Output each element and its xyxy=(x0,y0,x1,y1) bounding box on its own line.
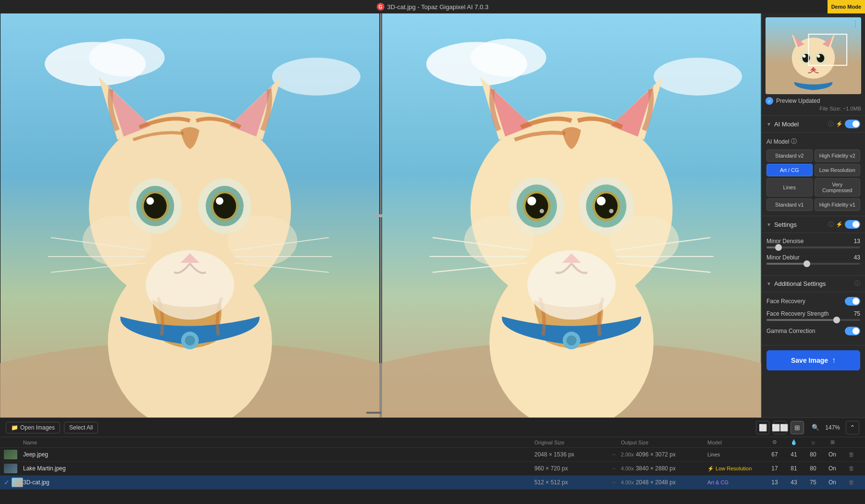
cat-arrow: → xyxy=(606,479,621,486)
zoom-level: 147% xyxy=(825,424,840,431)
lake-delete-icon[interactable]: 🗑 xyxy=(849,465,854,472)
jeep-scale: 2.00x xyxy=(621,452,634,457)
gamma-correction-row: Gamma Correction xyxy=(766,327,860,335)
preview-thumbnail xyxy=(766,17,861,94)
settings-toggle[interactable] xyxy=(845,220,860,229)
cat-delete-icon[interactable]: 🗑 xyxy=(849,479,854,486)
jeep-arrow: → xyxy=(606,451,621,458)
svg-point-83 xyxy=(803,55,806,58)
additional-settings-title: Additional Settings xyxy=(774,280,853,287)
settings-section: Minor Denoise 13 Minor Deblur 43 xyxy=(762,233,865,276)
ai-model-info-icon[interactable]: ⓘ xyxy=(828,120,834,128)
ai-model-title: AI Model xyxy=(774,121,826,128)
minor-denoise-track[interactable] xyxy=(766,246,860,248)
svg-point-61 xyxy=(609,209,613,213)
minor-denoise-value: 13 xyxy=(854,238,860,245)
settings-info-icon[interactable]: ⓘ xyxy=(828,221,834,229)
model-standard-v2[interactable]: Standard v2 xyxy=(766,149,813,162)
face-recovery-strength-fill xyxy=(766,319,837,321)
cat-scale: 4.00x xyxy=(621,479,634,485)
demo-badge: Demo Mode xyxy=(828,0,865,13)
lake-original-size: 960 × 720 px xyxy=(534,465,606,472)
minor-deblur-track[interactable] xyxy=(766,263,860,265)
original-panel xyxy=(0,13,380,418)
model-grid: Standard v2 High Fidelity v2 Art / CG Lo… xyxy=(766,149,860,211)
col-output-icon: ⊞ xyxy=(830,439,835,445)
preview-thumb-image xyxy=(766,17,861,94)
col-model: Model xyxy=(707,440,765,445)
lake-arrow: → xyxy=(606,465,621,472)
svg-point-37 xyxy=(185,335,195,345)
model-high-fidelity-v2[interactable]: High Fidelity v2 xyxy=(815,149,861,162)
additional-info-icon[interactable]: ⓘ xyxy=(854,280,860,288)
open-images-button[interactable]: 📁 Open Images xyxy=(6,422,60,433)
svg-point-54 xyxy=(527,197,536,205)
export-icon: ↑ xyxy=(832,356,836,365)
preview-status: ✓ Preview Updated xyxy=(766,97,861,105)
cat-col2: 43 xyxy=(784,479,803,486)
lake-col1: 17 xyxy=(765,465,784,472)
cat-name: 3D-cat.jpg xyxy=(23,479,534,486)
ai-model-sub-info[interactable]: ⓘ xyxy=(791,137,797,146)
jeep-col1: 67 xyxy=(765,451,784,458)
view-single-button[interactable]: ⬜ xyxy=(756,421,769,434)
cat-selected-icon: ✓ xyxy=(4,479,10,486)
more-menu-button[interactable]: ⋮ xyxy=(850,17,861,30)
view-grid-button[interactable]: ⊞ xyxy=(791,421,804,434)
save-image-button[interactable]: Save Image ↑ xyxy=(766,350,860,370)
jeep-model: Lines xyxy=(707,452,720,457)
original-image xyxy=(0,13,380,418)
minor-deblur-thumb[interactable] xyxy=(803,260,810,267)
file-row-cat[interactable]: ✓ 3D-cat.jpg 512 × 512 px → 4.00x 2048 ×… xyxy=(0,476,865,490)
file-row-lake[interactable]: Lake Martin.jpeg 960 × 720 px → 4.00x 38… xyxy=(0,462,865,476)
model-high-fidelity-v1[interactable]: High Fidelity v1 xyxy=(815,198,861,211)
gamma-correction-toggle[interactable] xyxy=(845,327,860,335)
settings-header[interactable]: ▼ Settings ⓘ ⚡ xyxy=(762,216,865,233)
check-icon: ✓ xyxy=(766,97,773,105)
face-recovery-toggle[interactable] xyxy=(845,297,860,306)
model-low-resolution[interactable]: Low Resolution xyxy=(815,164,861,176)
svg-point-26 xyxy=(216,197,223,205)
lake-output-size: 3840 × 2880 px xyxy=(636,465,676,472)
ai-model-chevron: ▼ xyxy=(766,122,771,127)
svg-point-72 xyxy=(566,335,576,345)
face-recovery-strength-track[interactable] xyxy=(766,319,860,321)
model-standard-v1[interactable]: Standard v1 xyxy=(766,198,813,211)
model-art-cg[interactable]: Art / CG xyxy=(766,164,813,176)
ai-model-toggle[interactable] xyxy=(845,120,860,128)
svg-point-29 xyxy=(228,216,297,266)
lake-scale: 4.00x xyxy=(621,466,634,471)
lake-on-off: On xyxy=(823,465,842,472)
model-very-compressed[interactable]: Very Compressed xyxy=(815,178,861,197)
col-drop-icon: 💧 xyxy=(791,439,797,445)
jeep-name: Jeep.jpeg xyxy=(23,451,534,458)
face-recovery-strength-thumb[interactable] xyxy=(833,317,840,323)
view-compare-button[interactable]: ⬜⬜ xyxy=(773,421,787,434)
jeep-col3: 80 xyxy=(803,451,823,458)
preview-status-text: Preview Updated xyxy=(776,98,820,104)
jeep-thumbnail xyxy=(4,450,17,459)
additional-settings-header[interactable]: ▼ Additional Settings ⓘ xyxy=(762,276,865,292)
svg-point-59 xyxy=(594,194,617,219)
cat-on-off: On xyxy=(823,479,842,486)
minor-denoise-thumb[interactable] xyxy=(775,244,782,251)
select-all-button[interactable]: Select All xyxy=(64,422,98,433)
svg-point-53 xyxy=(525,194,548,219)
image-viewer xyxy=(0,13,761,418)
ai-model-sublabel: AI Model ⓘ xyxy=(766,137,860,146)
gamma-correction-label: Gamma Correction xyxy=(766,328,815,334)
minor-deblur-fill xyxy=(766,263,807,265)
col-output: Output Size xyxy=(621,440,693,445)
jeep-delete-icon[interactable]: 🗑 xyxy=(849,451,854,458)
face-recovery-row: Face Recovery xyxy=(766,297,860,306)
minor-deblur-label: Minor Deblur xyxy=(766,254,800,261)
file-row-jeep[interactable]: Jeep.jpeg 2048 × 1536 px → 2.00x 4096 × … xyxy=(0,448,865,462)
face-recovery-label: Face Recovery xyxy=(766,298,805,305)
zoom-more-button[interactable]: ⌃ xyxy=(846,421,859,434)
titlebar: G 3D-cat.jpg - Topaz Gigapixel AI 7.0.3 … xyxy=(0,0,865,13)
processed-image xyxy=(382,13,762,418)
ai-model-header[interactable]: ▼ AI Model ⓘ ⚡ xyxy=(762,116,865,133)
additional-settings-section: Face Recovery Face Recovery Strength 75 … xyxy=(762,292,865,345)
model-lines[interactable]: Lines xyxy=(766,178,813,197)
svg-point-60 xyxy=(596,197,605,205)
